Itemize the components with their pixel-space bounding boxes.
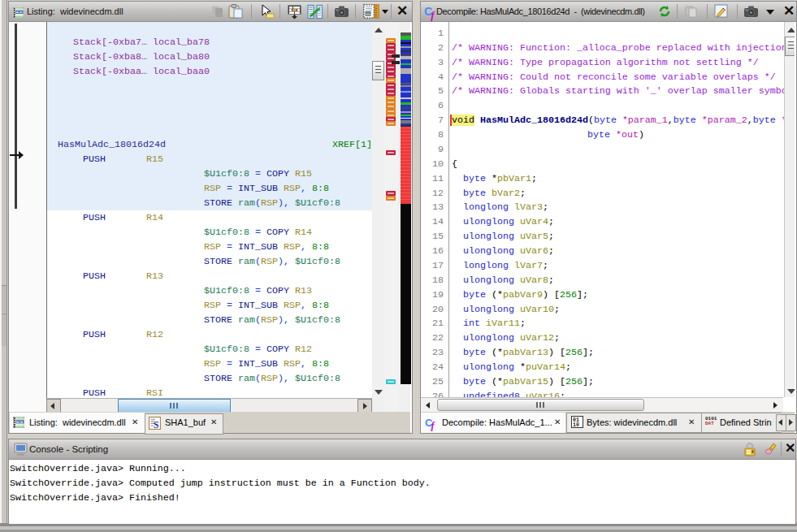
svg-text:10: 10 bbox=[573, 422, 579, 428]
svg-text:S: S bbox=[154, 420, 159, 430]
